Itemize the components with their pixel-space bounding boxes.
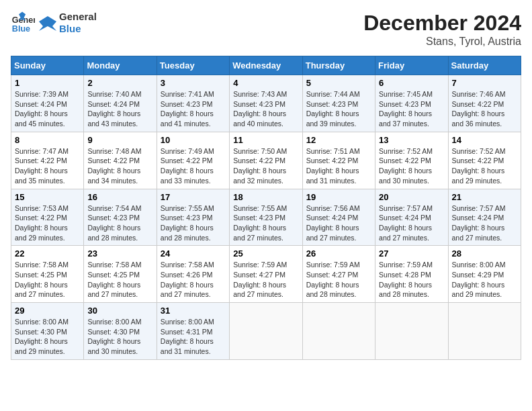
day-info: Sunrise: 7:39 AM Sunset: 4:24 PM Dayligh…	[15, 89, 80, 129]
calendar-cell: 15 Sunrise: 7:53 AM Sunset: 4:22 PM Dayl…	[11, 189, 84, 246]
calendar-cell: 16 Sunrise: 7:54 AM Sunset: 4:23 PM Dayl…	[84, 189, 157, 246]
day-number: 15	[15, 192, 80, 202]
day-info: Sunrise: 8:00 AM Sunset: 4:30 PM Dayligh…	[87, 317, 152, 357]
day-number: 28	[452, 248, 517, 259]
day-number: 8	[15, 135, 80, 145]
calendar-cell: 20 Sunrise: 7:57 AM Sunset: 4:24 PM Dayl…	[375, 189, 448, 246]
weekday-header-sunday: Sunday	[11, 56, 84, 75]
calendar-week-1: 1 Sunrise: 7:39 AM Sunset: 4:24 PM Dayli…	[11, 75, 521, 132]
calendar-cell: 26 Sunrise: 7:59 AM Sunset: 4:27 PM Dayl…	[302, 246, 375, 303]
location: Stans, Tyrol, Austria	[363, 36, 521, 48]
svg-text:Blue: Blue	[12, 24, 30, 34]
day-info: Sunrise: 7:57 AM Sunset: 4:24 PM Dayligh…	[452, 203, 517, 243]
month-title: December 2024	[363, 11, 521, 36]
day-number: 21	[452, 192, 517, 202]
calendar-cell	[230, 303, 302, 360]
calendar-cell: 3 Sunrise: 7:41 AM Sunset: 4:23 PM Dayli…	[157, 75, 229, 132]
calendar-cell: 28 Sunrise: 8:00 AM Sunset: 4:29 PM Dayl…	[448, 246, 521, 303]
calendar-cell: 17 Sunrise: 7:55 AM Sunset: 4:23 PM Dayl…	[157, 189, 229, 246]
day-number: 23	[87, 248, 152, 259]
svg-marker-3	[39, 16, 56, 31]
calendar-cell: 6 Sunrise: 7:45 AM Sunset: 4:23 PM Dayli…	[375, 75, 448, 132]
day-number: 22	[15, 248, 80, 259]
day-number: 16	[87, 192, 152, 202]
day-number: 5	[306, 78, 371, 88]
calendar-cell: 23 Sunrise: 7:58 AM Sunset: 4:25 PM Dayl…	[84, 246, 157, 303]
day-number: 1	[15, 78, 80, 88]
calendar-cell	[448, 303, 521, 360]
day-info: Sunrise: 7:44 AM Sunset: 4:23 PM Dayligh…	[306, 89, 371, 129]
day-info: Sunrise: 7:47 AM Sunset: 4:22 PM Dayligh…	[15, 146, 80, 186]
calendar-cell: 21 Sunrise: 7:57 AM Sunset: 4:24 PM Dayl…	[448, 189, 521, 246]
calendar-cell: 4 Sunrise: 7:43 AM Sunset: 4:23 PM Dayli…	[230, 75, 302, 132]
day-info: Sunrise: 7:58 AM Sunset: 4:25 PM Dayligh…	[15, 260, 80, 300]
day-info: Sunrise: 7:40 AM Sunset: 4:24 PM Dayligh…	[87, 89, 152, 129]
calendar-week-2: 8 Sunrise: 7:47 AM Sunset: 4:22 PM Dayli…	[11, 132, 521, 189]
calendar-week-5: 29 Sunrise: 8:00 AM Sunset: 4:30 PM Dayl…	[11, 303, 521, 360]
day-number: 19	[306, 192, 371, 202]
day-info: Sunrise: 7:55 AM Sunset: 4:23 PM Dayligh…	[233, 203, 298, 243]
day-number: 6	[379, 78, 444, 88]
calendar-cell: 24 Sunrise: 7:58 AM Sunset: 4:26 PM Dayl…	[157, 246, 229, 303]
logo-text: GeneralBlue	[59, 11, 97, 35]
calendar-cell: 7 Sunrise: 7:46 AM Sunset: 4:22 PM Dayli…	[448, 75, 521, 132]
weekday-header-tuesday: Tuesday	[157, 56, 229, 75]
day-info: Sunrise: 7:57 AM Sunset: 4:24 PM Dayligh…	[379, 203, 444, 243]
calendar-cell: 29 Sunrise: 8:00 AM Sunset: 4:30 PM Dayl…	[11, 303, 84, 360]
day-number: 29	[15, 306, 80, 316]
calendar-cell: 13 Sunrise: 7:52 AM Sunset: 4:22 PM Dayl…	[375, 132, 448, 189]
calendar-cell: 19 Sunrise: 7:56 AM Sunset: 4:24 PM Dayl…	[302, 189, 375, 246]
day-number: 24	[161, 248, 226, 259]
day-number: 18	[233, 192, 298, 202]
calendar-cell: 10 Sunrise: 7:49 AM Sunset: 4:22 PM Dayl…	[157, 132, 229, 189]
calendar-cell: 18 Sunrise: 7:55 AM Sunset: 4:23 PM Dayl…	[230, 189, 302, 246]
day-info: Sunrise: 8:00 AM Sunset: 4:29 PM Dayligh…	[452, 260, 517, 300]
calendar-cell: 30 Sunrise: 8:00 AM Sunset: 4:30 PM Dayl…	[84, 303, 157, 360]
title-area: December 2024 Stans, Tyrol, Austria	[363, 11, 521, 48]
day-number: 17	[161, 192, 226, 202]
calendar-cell: 31 Sunrise: 8:00 AM Sunset: 4:31 PM Dayl…	[157, 303, 229, 360]
day-info: Sunrise: 7:43 AM Sunset: 4:23 PM Dayligh…	[233, 89, 298, 129]
calendar-cell: 22 Sunrise: 7:58 AM Sunset: 4:25 PM Dayl…	[11, 246, 84, 303]
day-info: Sunrise: 7:54 AM Sunset: 4:23 PM Dayligh…	[87, 203, 152, 243]
day-number: 26	[306, 248, 371, 259]
day-info: Sunrise: 7:49 AM Sunset: 4:22 PM Dayligh…	[161, 146, 226, 186]
logo-icon: General Blue	[11, 11, 35, 35]
weekday-header-friday: Friday	[375, 56, 448, 75]
day-number: 9	[87, 135, 152, 145]
day-number: 4	[233, 78, 298, 88]
day-info: Sunrise: 7:59 AM Sunset: 4:28 PM Dayligh…	[379, 260, 444, 300]
calendar-cell: 12 Sunrise: 7:51 AM Sunset: 4:22 PM Dayl…	[302, 132, 375, 189]
calendar-table: SundayMondayTuesdayWednesdayThursdayFrid…	[11, 56, 521, 360]
calendar-week-4: 22 Sunrise: 7:58 AM Sunset: 4:25 PM Dayl…	[11, 246, 521, 303]
calendar-cell: 14 Sunrise: 7:52 AM Sunset: 4:22 PM Dayl…	[448, 132, 521, 189]
day-number: 13	[379, 135, 444, 145]
weekday-header-wednesday: Wednesday	[230, 56, 302, 75]
day-info: Sunrise: 7:46 AM Sunset: 4:22 PM Dayligh…	[452, 89, 517, 129]
day-number: 12	[306, 135, 371, 145]
day-info: Sunrise: 7:41 AM Sunset: 4:23 PM Dayligh…	[161, 89, 226, 129]
day-number: 11	[233, 135, 298, 145]
day-info: Sunrise: 7:59 AM Sunset: 4:27 PM Dayligh…	[306, 260, 371, 300]
day-number: 30	[87, 306, 152, 316]
day-info: Sunrise: 7:50 AM Sunset: 4:22 PM Dayligh…	[233, 146, 298, 186]
day-info: Sunrise: 7:53 AM Sunset: 4:22 PM Dayligh…	[15, 203, 80, 243]
day-number: 10	[161, 135, 226, 145]
day-info: Sunrise: 7:58 AM Sunset: 4:26 PM Dayligh…	[161, 260, 226, 300]
calendar-cell: 5 Sunrise: 7:44 AM Sunset: 4:23 PM Dayli…	[302, 75, 375, 132]
day-info: Sunrise: 7:56 AM Sunset: 4:24 PM Dayligh…	[306, 203, 371, 243]
day-info: Sunrise: 7:55 AM Sunset: 4:23 PM Dayligh…	[161, 203, 226, 243]
calendar-cell: 27 Sunrise: 7:59 AM Sunset: 4:28 PM Dayl…	[375, 246, 448, 303]
day-number: 2	[87, 78, 152, 88]
calendar-cell	[302, 303, 375, 360]
weekday-header-monday: Monday	[84, 56, 157, 75]
day-info: Sunrise: 8:00 AM Sunset: 4:31 PM Dayligh…	[161, 317, 226, 357]
day-info: Sunrise: 7:51 AM Sunset: 4:22 PM Dayligh…	[306, 146, 371, 186]
day-info: Sunrise: 7:58 AM Sunset: 4:25 PM Dayligh…	[87, 260, 152, 300]
day-number: 14	[452, 135, 517, 145]
weekday-header-saturday: Saturday	[448, 56, 521, 75]
logo-bird-icon	[38, 13, 58, 33]
weekday-header-thursday: Thursday	[302, 56, 375, 75]
page-header: General Blue GeneralBlue December 2024 S…	[11, 11, 521, 48]
calendar-cell	[375, 303, 448, 360]
